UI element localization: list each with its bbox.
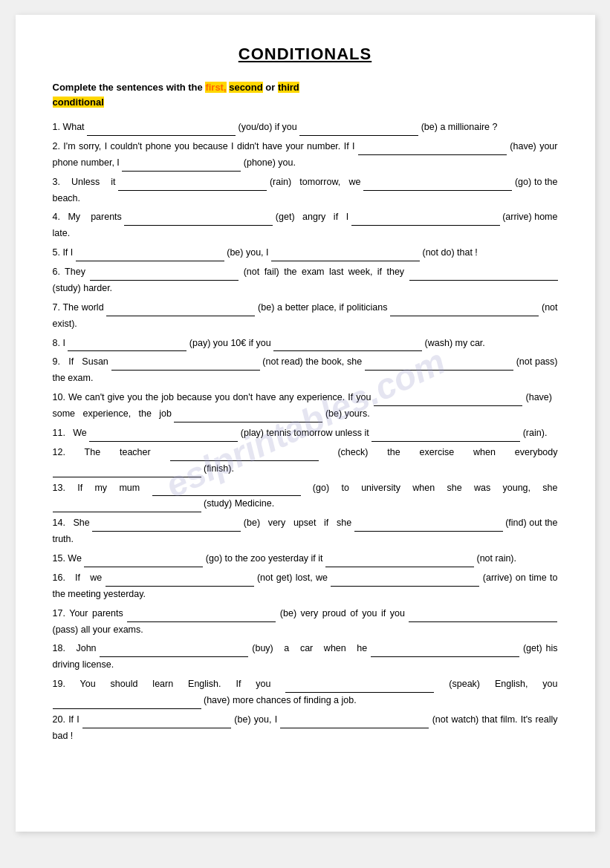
blank-19b bbox=[53, 699, 201, 709]
blank-8a bbox=[68, 341, 186, 351]
exercise-7: 7. The world (be) a better place, if pol… bbox=[53, 300, 558, 333]
exercise-10: 10. We can't give you the job because yo… bbox=[53, 390, 558, 422]
page-title: CONDITIONALS bbox=[53, 45, 558, 64]
worksheet-page: eslprintables.com CONDITIONALS Complete … bbox=[16, 15, 595, 832]
exercise-5: 5. If I (be) you, I (not do) that ! bbox=[53, 245, 558, 261]
blank-9b bbox=[365, 360, 513, 371]
highlight-third: third bbox=[278, 82, 299, 93]
blank-7b bbox=[390, 306, 539, 316]
blank-7a bbox=[106, 306, 255, 316]
blank-13b bbox=[53, 502, 201, 512]
blank-5a bbox=[76, 251, 224, 261]
exercise-3: 3. Unless it (rain) tomorrow, we (go) to… bbox=[53, 174, 558, 207]
exercise-16: 16. If we (not get) lost, we (arrive) on… bbox=[53, 570, 558, 603]
blank-16b bbox=[331, 576, 479, 587]
blank-1b bbox=[299, 125, 418, 136]
blank-3a bbox=[118, 180, 267, 191]
blank-10b bbox=[174, 412, 322, 422]
exercise-19: 19. You should learn English. If you (sp… bbox=[53, 676, 558, 709]
exercise-18: 18. John (buy) a car when he (get) his d… bbox=[53, 641, 558, 673]
exercise-1: 1. What (you/do) if you (be) a millionai… bbox=[53, 120, 558, 136]
exercise-2: 2. I'm sorry, I couldn't phone you becau… bbox=[53, 139, 558, 172]
exercise-13: 13. If my mum (go) to university when sh… bbox=[53, 480, 558, 513]
exercise-9: 9. If Susan (not read) the book, she (no… bbox=[53, 354, 558, 387]
instructions: Complete the sentences with the first, s… bbox=[53, 80, 558, 109]
blank-13a bbox=[152, 486, 301, 496]
blank-1a bbox=[87, 125, 236, 136]
highlight-conditional: conditional bbox=[53, 97, 104, 108]
exercise-20: 20. If I (be) you, I (not watch) that fi… bbox=[53, 712, 558, 745]
exercise-15: 15. We (go) to the zoo yesterday if it (… bbox=[53, 551, 558, 567]
blank-17a bbox=[127, 612, 276, 622]
blank-4a bbox=[124, 215, 273, 226]
blank-3b bbox=[363, 180, 512, 191]
exercise-14: 14. She (be) very upset if she (find) ou… bbox=[53, 515, 558, 548]
blank-8b bbox=[273, 341, 422, 351]
blank-12a bbox=[170, 451, 319, 461]
blank-18a bbox=[100, 647, 248, 657]
blank-9a bbox=[111, 360, 260, 371]
instructions-prefix: Complete the sentences with the bbox=[53, 82, 206, 93]
highlight-first: first, bbox=[205, 82, 226, 93]
blank-11a bbox=[89, 431, 238, 442]
blank-2a bbox=[358, 145, 507, 155]
blank-19a bbox=[285, 682, 434, 693]
exercise-4: 4. My parents (get) angry if I (arrive) … bbox=[53, 209, 558, 242]
blank-14a bbox=[92, 521, 241, 532]
blank-6b bbox=[409, 270, 558, 281]
blank-2b bbox=[122, 161, 241, 172]
blank-20a bbox=[82, 718, 231, 728]
highlight-second: second bbox=[229, 82, 263, 93]
blank-4b bbox=[351, 215, 500, 226]
blank-18b bbox=[371, 647, 519, 657]
blank-12b bbox=[53, 467, 201, 477]
blank-10a bbox=[374, 396, 522, 406]
blank-17b bbox=[409, 612, 557, 622]
exercise-6: 6. They (not fail) the exam last week, i… bbox=[53, 264, 558, 297]
blank-5b bbox=[271, 251, 420, 261]
exercises-container: 1. What (you/do) if you (be) a millionai… bbox=[53, 120, 558, 745]
blank-11b bbox=[371, 431, 520, 442]
blank-20b bbox=[280, 718, 429, 728]
blank-16a bbox=[106, 576, 254, 587]
exercise-8: 8. I (pay) you 10€ if you (wash) my car. bbox=[53, 336, 558, 352]
blank-15b bbox=[325, 557, 474, 567]
exercise-12: 12. The teacher (check) the exercise whe… bbox=[53, 445, 558, 477]
blank-15a bbox=[84, 557, 203, 567]
exercise-17: 17. Your parents (be) very proud of you … bbox=[53, 606, 558, 639]
exercise-11: 11. We (play) tennis tomorrow unless it … bbox=[53, 425, 558, 442]
blank-6a bbox=[90, 270, 239, 281]
blank-14b bbox=[354, 521, 503, 532]
